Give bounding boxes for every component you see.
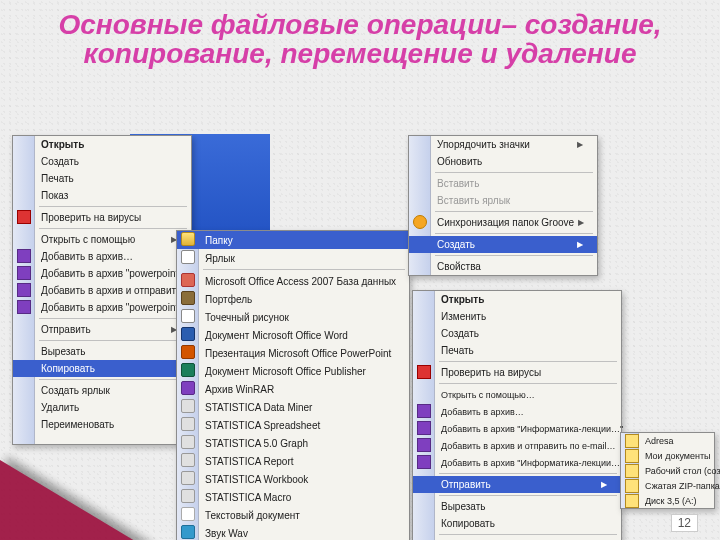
menu-separator bbox=[435, 211, 593, 212]
file-context-menu-2: Открыть Изменить Создать Печать Проверит… bbox=[412, 290, 622, 540]
menu-item-label: Удалить bbox=[41, 402, 79, 413]
open-item[interactable]: Открыть bbox=[413, 291, 621, 308]
paste-item[interactable]: Вставить bbox=[409, 175, 597, 192]
add-named-archive-item[interactable]: Добавить в архив "Информатика-лекции…" bbox=[413, 420, 621, 437]
menu-icon bbox=[17, 249, 31, 263]
send-to-target[interactable]: Сжатая ZIP-папка bbox=[621, 478, 714, 493]
refresh-item[interactable]: Обновить bbox=[409, 153, 597, 170]
menu-item[interactable]: Открыть с помощью▶ bbox=[13, 231, 191, 248]
send-to-target[interactable]: Adresa bbox=[621, 433, 714, 448]
menu-item[interactable]: Открыть bbox=[13, 136, 191, 153]
menu-item-label: Копировать bbox=[441, 518, 495, 529]
menu-item-label: Вырезать bbox=[441, 501, 485, 512]
desktop-context-menu: Упорядочить значки▶ Обновить Вставить Вс… bbox=[408, 135, 598, 276]
menu-item-label: Создать bbox=[41, 156, 79, 167]
menu-item-label: Вставить ярлык bbox=[437, 195, 510, 206]
menu-item-label: Создать bbox=[441, 328, 479, 339]
menu-item[interactable]: Проверить на вирусы bbox=[13, 209, 191, 226]
file-type-item[interactable]: STATISTICA Macro bbox=[177, 488, 409, 506]
file-type-item[interactable]: STATISTICA Workbook bbox=[177, 470, 409, 488]
file-type-item[interactable]: Microsoft Office Access 2007 База данных bbox=[177, 272, 409, 290]
send-to-target[interactable]: Мои документы bbox=[621, 448, 714, 463]
file-type-icon bbox=[181, 291, 195, 305]
file-type-icon bbox=[181, 363, 195, 377]
menu-item-label: Обновить bbox=[437, 156, 482, 167]
menu-item-label: Проверить на вирусы bbox=[441, 367, 541, 378]
cut-item[interactable]: Вырезать bbox=[413, 498, 621, 515]
menu-item-label: Папку bbox=[205, 235, 233, 246]
file-type-icon bbox=[181, 435, 195, 449]
file-type-label: Документ Microsoft Office Publisher bbox=[205, 366, 366, 377]
menu-item[interactable]: Переименовать bbox=[13, 416, 191, 433]
open-with-item[interactable]: Открыть с помощью… bbox=[413, 386, 621, 403]
virus-scan-item[interactable]: Проверить на вирусы bbox=[413, 364, 621, 381]
menu-item-label: Свойства bbox=[437, 261, 481, 272]
file-type-label: STATISTICA Macro bbox=[205, 492, 291, 503]
menu-item-label: Отправить bbox=[441, 479, 491, 490]
menu-separator bbox=[203, 269, 405, 270]
menu-separator bbox=[39, 318, 187, 319]
file-type-label: Презентация Microsoft Office PowerPoint bbox=[205, 348, 391, 359]
file-type-item[interactable]: Точечный рисунок bbox=[177, 308, 409, 326]
menu-item[interactable]: Добавить в архив "powerpoint.rar" bbox=[13, 265, 191, 282]
file-type-item[interactable]: STATISTICA Spreadsheet bbox=[177, 416, 409, 434]
send-to-item[interactable]: Отправить▶ bbox=[413, 476, 621, 493]
groove-sync-item[interactable]: Синхронизация папок Groove▶ bbox=[409, 214, 597, 231]
menu-item-label: Проверить на вирусы bbox=[41, 212, 141, 223]
menu-item[interactable]: Создать bbox=[13, 153, 191, 170]
menu-item[interactable]: Печать bbox=[13, 170, 191, 187]
file-type-item[interactable]: Документ Microsoft Office Publisher bbox=[177, 362, 409, 380]
menu-item-label: Создать bbox=[437, 239, 475, 250]
copy-item[interactable]: Копировать bbox=[413, 515, 621, 532]
file-type-item[interactable]: Документ Microsoft Office Word bbox=[177, 326, 409, 344]
menu-item[interactable]: Копировать bbox=[13, 360, 191, 377]
file-type-item[interactable]: Архив WinRAR bbox=[177, 380, 409, 398]
arrange-icons-item[interactable]: Упорядочить значки▶ bbox=[409, 136, 597, 153]
menu-separator bbox=[435, 255, 593, 256]
create-folder-item[interactable]: Папку bbox=[177, 231, 409, 249]
menu-item-label: Переименовать bbox=[41, 419, 114, 430]
create-shortcut-item[interactable]: Ярлык bbox=[177, 249, 409, 267]
menu-item-label: Создать ярлык bbox=[41, 385, 110, 396]
menu-separator bbox=[39, 206, 187, 207]
menu-item[interactable]: Добавить в архив… bbox=[13, 248, 191, 265]
file-type-item[interactable]: Звук Wav bbox=[177, 524, 409, 540]
folder-icon bbox=[181, 232, 195, 246]
file-type-item[interactable]: STATISTICA Report bbox=[177, 452, 409, 470]
menu-separator bbox=[439, 383, 617, 384]
file-type-item[interactable]: Презентация Microsoft Office PowerPoint bbox=[177, 344, 409, 362]
menu-item-label: Добавить в архив и отправить по e-mail… bbox=[441, 441, 616, 451]
add-archive-email-item[interactable]: Добавить в архив и отправить по e-mail… bbox=[413, 437, 621, 454]
create-item[interactable]: Создать▶ bbox=[409, 236, 597, 253]
paste-shortcut-item[interactable]: Вставить ярлык bbox=[409, 192, 597, 209]
file-type-label: Microsoft Office Access 2007 База данных bbox=[205, 276, 396, 287]
menu-item[interactable]: Отправить▶ bbox=[13, 321, 191, 338]
page-number: 12 bbox=[671, 514, 698, 532]
file-type-icon bbox=[181, 309, 195, 323]
file-type-item[interactable]: Текстовый документ bbox=[177, 506, 409, 524]
file-type-item[interactable]: STATISTICA Data Miner bbox=[177, 398, 409, 416]
create-submenu: Папку Ярлык Microsoft Office Access 2007… bbox=[176, 230, 410, 540]
edit-item[interactable]: Изменить bbox=[413, 308, 621, 325]
print-item[interactable]: Печать bbox=[413, 342, 621, 359]
menu-icon bbox=[17, 300, 31, 314]
menu-item[interactable]: Создать ярлык bbox=[13, 382, 191, 399]
send-to-target[interactable]: Диск 3,5 (A:) bbox=[621, 493, 714, 508]
properties-item[interactable]: Свойства bbox=[409, 258, 597, 275]
chevron-right-icon: ▶ bbox=[577, 240, 583, 249]
add-named-archive-email-item[interactable]: Добавить в архив "Информатика-лекции…" и… bbox=[413, 454, 621, 471]
menu-item[interactable]: Вырезать bbox=[13, 343, 191, 360]
menu-item[interactable]: Удалить bbox=[13, 399, 191, 416]
menu-item[interactable]: Добавить в архив "powerpoint.rar" и отпр… bbox=[13, 299, 191, 316]
send-to-target[interactable]: Рабочий стол (создать ярлык) bbox=[621, 463, 714, 478]
add-archive-item[interactable]: Добавить в архив… bbox=[413, 403, 621, 420]
file-type-item[interactable]: STATISTICA 5.0 Graph bbox=[177, 434, 409, 452]
menu-separator bbox=[439, 473, 617, 474]
menu-icon bbox=[17, 210, 31, 224]
menu-item[interactable]: Показ bbox=[13, 187, 191, 204]
menu-item[interactable]: Добавить в архив и отправить по e-mail bbox=[13, 282, 191, 299]
new-item[interactable]: Создать bbox=[413, 325, 621, 342]
archive-icon bbox=[417, 404, 431, 418]
file-type-item[interactable]: Портфель bbox=[177, 290, 409, 308]
menu-item-label: Открыть с помощью bbox=[41, 234, 135, 245]
